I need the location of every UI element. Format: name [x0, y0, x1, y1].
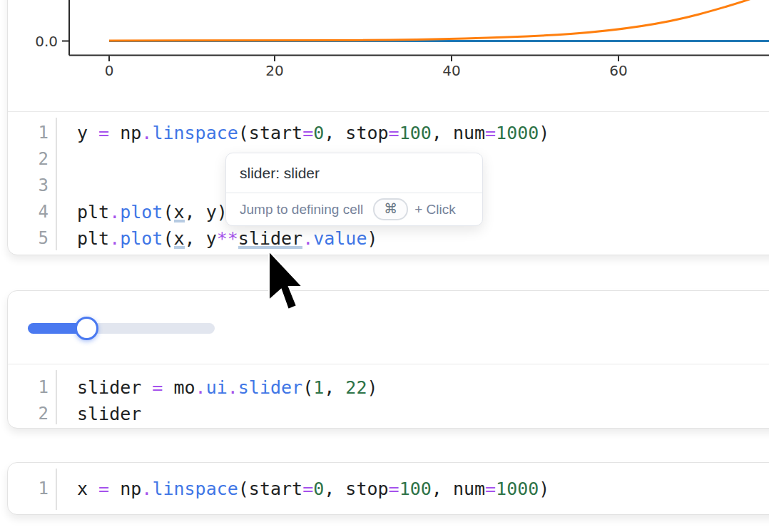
- cell-plot-output: [8, 0, 769, 112]
- code-token: slider: [238, 377, 302, 398]
- code-token: ): [539, 479, 549, 499]
- code-token: 1000: [496, 479, 539, 499]
- code-token: (: [302, 377, 313, 398]
- code-line[interactable]: 2slider: [8, 401, 769, 427]
- line-number: 5: [8, 225, 62, 252]
- code-token: x: [174, 202, 185, 222]
- code-token: .: [195, 377, 206, 398]
- code-token: =: [152, 377, 163, 398]
- line-number: 2: [8, 146, 62, 173]
- line-number: 4: [8, 199, 62, 225]
- code-text[interactable]: plt.plot(x, y**slider.value): [77, 225, 378, 252]
- line-number: 3: [8, 173, 62, 199]
- code-token: plt: [77, 228, 109, 249]
- code-token: =: [98, 123, 109, 143]
- code-token: (start: [238, 479, 302, 499]
- line-number: 1: [8, 120, 62, 146]
- notebook-page: 1y = np.linspace(start=0, stop=100, num=…: [0, 0, 769, 532]
- code-token: , num: [432, 123, 485, 143]
- code-token: 0: [313, 479, 324, 499]
- tooltip-action-row[interactable]: Jump to defining cell ⌘ + Click: [226, 193, 482, 225]
- code-token: =: [485, 479, 496, 499]
- code-token: .: [228, 377, 238, 398]
- code-token: ): [367, 377, 377, 398]
- code-line[interactable]: 1x = np.linspace(start=0, stop=100, num=…: [8, 476, 769, 502]
- command-key-badge: ⌘: [373, 198, 408, 220]
- code-token: =: [485, 123, 496, 143]
- code-token: =: [389, 479, 399, 499]
- code-text[interactable]: x = np.linspace(start=0, stop=100, num=1…: [77, 476, 549, 502]
- gutter-separator: [56, 370, 57, 424]
- code-token: np: [109, 479, 141, 499]
- code-token: slider: [77, 377, 152, 398]
- code-token: 1000: [496, 123, 539, 143]
- code-token: (: [163, 228, 173, 249]
- code-token: .: [141, 479, 152, 499]
- gutter-separator: [56, 469, 57, 510]
- code-token: value: [313, 228, 367, 249]
- code-token: 100: [399, 479, 432, 499]
- code-token: .: [109, 202, 120, 222]
- code-token: .: [141, 123, 152, 143]
- code-token: plt: [77, 202, 109, 222]
- slider-track[interactable]: [28, 323, 215, 334]
- tooltip-click-hint: + Click: [414, 202, 456, 218]
- code-token: ui: [206, 377, 228, 398]
- tooltip-title: slider: slider: [226, 153, 482, 193]
- cell-slider-editor[interactable]: 1slider = mo.ui.slider(1, 22)2slider: [8, 364, 769, 430]
- code-token: mo: [163, 377, 195, 398]
- code-token: (: [163, 202, 173, 222]
- code-token: linspace: [152, 123, 238, 143]
- variable-tooltip: slider: slider Jump to defining cell ⌘ +…: [225, 153, 483, 226]
- code-token: =: [302, 479, 313, 499]
- code-token: , y: [185, 228, 217, 249]
- slider-thumb[interactable]: [75, 317, 98, 340]
- code-token: ): [367, 228, 377, 249]
- code-token: =: [389, 123, 399, 143]
- code-token: ): [539, 123, 549, 143]
- code-text[interactable]: y = np.linspace(start=0, stop=100, num=1…: [77, 120, 549, 146]
- code-token: **: [217, 228, 238, 249]
- line-number: 1: [8, 374, 62, 401]
- line-number: 1: [8, 476, 62, 502]
- code-token: plot: [120, 228, 163, 249]
- cell-slider: 1slider = mo.ui.slider(1, 22)2slider: [7, 290, 769, 429]
- code-token: (start: [238, 123, 302, 143]
- code-token: slider: [238, 228, 302, 249]
- code-token: x: [174, 228, 185, 249]
- code-token: =: [98, 479, 109, 499]
- code-token: =: [302, 123, 313, 143]
- code-text[interactable]: slider = mo.ui.slider(1, 22): [77, 374, 378, 401]
- code-token: slider: [77, 404, 141, 424]
- code-token: 100: [399, 123, 432, 143]
- code-token: .: [109, 228, 120, 249]
- code-token: 0: [313, 123, 324, 143]
- code-token: 1: [313, 377, 324, 398]
- cell-x-editor[interactable]: 1x = np.linspace(start=0, stop=100, num=…: [8, 463, 769, 516]
- gutter-separator: [56, 118, 57, 250]
- code-token: ,: [324, 377, 345, 398]
- code-text[interactable]: slider: [77, 401, 141, 427]
- code-text[interactable]: plt.plot(x, y): [77, 199, 228, 225]
- line-number: 2: [8, 401, 62, 427]
- code-line[interactable]: 1slider = mo.ui.slider(1, 22): [8, 374, 769, 401]
- code-token: linspace: [152, 479, 238, 499]
- code-token: , stop: [324, 123, 388, 143]
- code-token: , y): [185, 202, 228, 222]
- code-token: , stop: [324, 479, 388, 499]
- cell-slider-output: [8, 291, 769, 364]
- code-line[interactable]: 5plt.plot(x, y**slider.value): [8, 225, 769, 252]
- code-token: , num: [432, 479, 485, 499]
- code-line[interactable]: 1y = np.linspace(start=0, stop=100, num=…: [8, 120, 769, 146]
- code-token: 22: [345, 377, 367, 398]
- code-token: x: [77, 479, 98, 499]
- cell-x: 1x = np.linspace(start=0, stop=100, num=…: [7, 462, 769, 515]
- code-token: plot: [120, 202, 163, 222]
- code-token: y: [77, 123, 98, 143]
- code-token: np: [109, 123, 141, 143]
- tooltip-action-label: Jump to defining cell: [240, 202, 363, 218]
- code-token: .: [302, 228, 313, 249]
